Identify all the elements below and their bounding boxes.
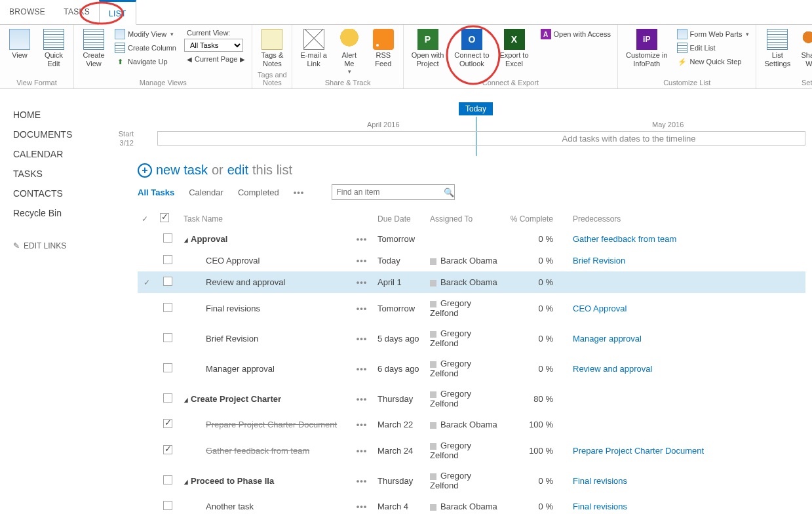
row-checkbox[interactable] — [163, 255, 172, 264]
row-checkbox[interactable] — [163, 277, 172, 286]
tags-notes-button[interactable]: Tags & Notes — [256, 28, 288, 69]
assigned-to[interactable]: Gregory Zelfond — [426, 293, 505, 323]
table-row[interactable]: Prepare Project Charter Document•••March… — [138, 414, 805, 435]
row-menu-button[interactable]: ••• — [357, 277, 368, 287]
next-icon[interactable]: ▶ — [240, 56, 245, 63]
predecessors[interactable]: Gather feedback from team — [557, 228, 805, 250]
sidebar-item-calendar[interactable]: CALENDAR — [13, 144, 128, 164]
search-icon[interactable]: 🔍 — [438, 186, 459, 199]
task-name[interactable]: Review and approval — [184, 277, 285, 287]
open-with-access-button[interactable]: A Open with Access — [538, 28, 613, 41]
row-menu-button[interactable]: ••• — [357, 394, 368, 404]
current-page-nav[interactable]: ◀ Current Page ▶ — [184, 54, 248, 64]
export-excel-button[interactable]: X Export to Excel — [496, 28, 533, 69]
row-checkbox[interactable] — [163, 333, 172, 342]
row-checkbox[interactable] — [163, 363, 172, 372]
row-checkbox[interactable] — [163, 393, 172, 403]
table-row[interactable]: CEO Approval•••TodayBarack Obama0 %Brief… — [138, 250, 805, 271]
view-calendar[interactable]: Calendar — [189, 188, 223, 197]
col-due-date[interactable]: Due Date — [374, 209, 426, 228]
table-row[interactable]: ✓Review and approval•••April 1Barack Oba… — [138, 271, 805, 293]
table-row[interactable]: Another task•••March 4Barack Obama0 %Fin… — [138, 496, 805, 514]
timeline-box[interactable]: Add tasks with dates to the timeline — [157, 131, 805, 146]
new-quick-step-button[interactable]: ⚡ New Quick Step — [674, 55, 752, 68]
predecessors[interactable]: Final revisions — [557, 496, 805, 514]
create-column-button[interactable]: Create Column — [112, 41, 179, 54]
row-menu-button[interactable]: ••• — [357, 502, 368, 511]
row-menu-button[interactable]: ••• — [357, 304, 368, 313]
assigned-to[interactable]: Barack Obama — [426, 271, 505, 293]
header-checkbox[interactable] — [160, 213, 169, 222]
view-all-tasks[interactable]: All Tasks — [138, 188, 174, 197]
task-name[interactable]: Manager approval — [184, 364, 275, 374]
table-row[interactable]: Gather feedback from team•••March 24Greg… — [138, 435, 805, 465]
task-name[interactable]: CEO Approval — [184, 256, 260, 266]
predecessors[interactable]: Prepare Project Charter Document — [557, 435, 805, 465]
predecessors[interactable]: Manager approval — [557, 323, 805, 353]
predecessors[interactable]: Final revisions — [557, 465, 805, 496]
assigned-to[interactable]: Gregory Zelfond — [426, 323, 505, 353]
assigned-to[interactable]: Gregory Zelfond — [426, 384, 505, 414]
assigned-to[interactable]: Gregory Zelfond — [426, 353, 505, 384]
row-checkbox[interactable] — [163, 303, 172, 312]
row-menu-button[interactable]: ••• — [357, 476, 368, 486]
predecessors[interactable]: Brief Revision — [557, 250, 805, 271]
row-checkbox[interactable] — [163, 475, 172, 484]
edit-link[interactable]: edit — [227, 163, 248, 178]
predecessors[interactable]: Review and approval — [557, 353, 805, 384]
customize-infopath-button[interactable]: iP Customize in InfoPath — [622, 28, 672, 69]
edit-links-button[interactable]: ✎ EDIT LINKS — [13, 241, 128, 250]
connect-outlook-button[interactable]: O Connect to Outlook — [450, 28, 493, 69]
assigned-to[interactable]: Barack Obama — [426, 414, 505, 435]
sidebar-item-home[interactable]: HOME — [13, 105, 128, 125]
row-menu-button[interactable]: ••• — [357, 446, 368, 456]
row-menu-button[interactable]: ••• — [357, 420, 368, 429]
list-settings-button[interactable]: List Settings — [760, 28, 794, 69]
view-completed[interactable]: Completed — [238, 188, 279, 197]
table-row[interactable]: Brief Revision•••5 days agoGregory Zelfo… — [138, 323, 805, 353]
col-pct-complete[interactable]: % Complete — [505, 209, 557, 228]
alert-me-button[interactable]: Alert Me — [334, 28, 365, 76]
row-checkbox[interactable] — [163, 501, 172, 510]
table-row[interactable]: Proceed to Phase IIa•••ThursdayGregory Z… — [138, 465, 805, 496]
predecessors[interactable] — [557, 414, 805, 435]
task-name[interactable]: Final revisions — [184, 304, 260, 313]
create-view-button[interactable]: Create View — [78, 28, 109, 69]
assigned-to[interactable]: Barack Obama — [426, 250, 505, 271]
row-checkbox[interactable] — [163, 445, 172, 454]
task-name[interactable]: Create Project Charter — [184, 394, 281, 404]
table-row[interactable]: Create Project Charter•••ThursdayGregory… — [138, 384, 805, 414]
table-row[interactable]: Approval•••Tomorrow0 %Gather feedback fr… — [138, 228, 805, 250]
prev-icon[interactable]: ◀ — [187, 56, 192, 63]
assigned-to[interactable] — [426, 228, 505, 250]
more-views-button[interactable]: ••• — [294, 188, 305, 197]
email-link-button[interactable]: E-mail a Link — [296, 28, 330, 69]
select-all-check[interactable]: ✓ — [142, 214, 148, 224]
table-row[interactable]: Manager approval•••6 days agoGregory Zel… — [138, 353, 805, 384]
view-button[interactable]: View — [4, 28, 35, 61]
shared-with-button[interactable]: Shared With — [797, 28, 812, 69]
new-task-link[interactable]: new task — [156, 163, 208, 178]
navigate-up-button[interactable]: ⬆ Navigate Up — [112, 55, 179, 68]
predecessors[interactable] — [557, 384, 805, 414]
task-name[interactable]: Proceed to Phase IIa — [184, 476, 274, 486]
sidebar-item-recycle[interactable]: Recycle Bin — [13, 203, 128, 223]
rss-feed-button[interactable]: RSS Feed — [368, 28, 399, 69]
search-input[interactable] — [332, 185, 438, 199]
col-assigned-to[interactable]: Assigned To — [426, 209, 505, 228]
task-name[interactable]: Another task — [184, 502, 254, 511]
predecessors[interactable] — [557, 271, 805, 293]
col-predecessors[interactable]: Predecessors — [557, 209, 805, 228]
current-view-select[interactable]: All Tasks — [184, 39, 243, 52]
row-checkbox[interactable] — [163, 419, 172, 428]
plus-icon[interactable]: + — [138, 163, 152, 178]
row-menu-button[interactable]: ••• — [357, 334, 368, 344]
task-name[interactable]: Approval — [184, 234, 227, 244]
assigned-to[interactable]: Barack Obama — [426, 496, 505, 514]
col-task-name[interactable]: Task Name — [180, 209, 350, 228]
task-name[interactable]: Gather feedback from team — [184, 446, 309, 456]
predecessors[interactable]: CEO Approval — [557, 293, 805, 323]
edit-list-button[interactable]: Edit List — [674, 41, 752, 54]
row-menu-button[interactable]: ••• — [357, 234, 368, 244]
tab-list[interactable]: LIST — [99, 0, 136, 25]
